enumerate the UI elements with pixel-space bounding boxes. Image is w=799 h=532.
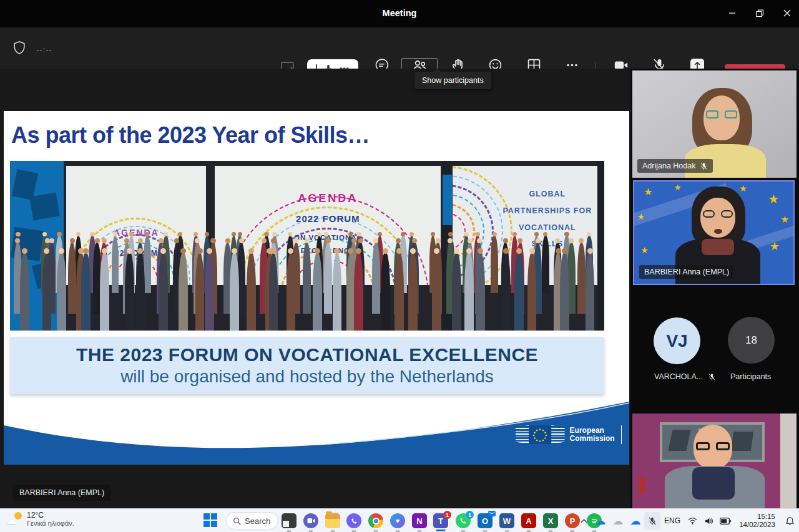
tray-time: 15:15 <box>757 513 775 520</box>
person <box>577 243 586 314</box>
forum-group-photo: AGENDA 22 FORUM AGENDA 2022 FORUM ON VOC… <box>10 161 604 331</box>
eu-star: ★ <box>674 183 682 192</box>
presenter-label: BARBIERI Anna (EMPL) <box>12 485 111 501</box>
taskbar-onenote-icon[interactable]: N <box>411 512 428 530</box>
language-indicator[interactable]: ENG <box>660 516 684 525</box>
eu-stars-ring <box>529 425 551 444</box>
person <box>136 253 145 331</box>
person <box>333 253 342 331</box>
title-bar: Meeting <box>0 0 799 27</box>
person <box>452 253 461 331</box>
taskbar-designer-icon[interactable]: ♥ <box>389 512 406 530</box>
eu-star: ★ <box>781 214 789 225</box>
taskbar-word-icon[interactable]: W <box>498 512 516 530</box>
system-tray: ☁ ☁ ☁ ENG 15:15 14/02/2023 <box>576 509 799 532</box>
eu-star: ★ <box>768 191 779 206</box>
video-tile-participant3[interactable] <box>632 414 797 508</box>
whatsapp-notification-badge: 1 <box>466 511 474 519</box>
meeting-toolbar: --:-- Take control ••• Pop out Chat Peop… <box>0 27 799 69</box>
taskbar-acrobat-icon[interactable]: A <box>520 512 537 530</box>
person <box>269 253 278 331</box>
banner-title: THE 2023 FORUM ON VOCATIONAL EXCELLENCE <box>76 344 538 365</box>
mic-off-icon <box>700 162 708 170</box>
eu-star: ★ <box>739 183 747 193</box>
taskbar-desktop-icon[interactable] <box>280 512 298 530</box>
person <box>159 253 168 331</box>
taskbar-explorer-icon[interactable] <box>324 512 341 530</box>
person <box>230 253 239 331</box>
person <box>303 243 311 314</box>
person <box>125 253 134 331</box>
person <box>464 253 474 331</box>
person <box>408 253 418 331</box>
eu-flag-icon <box>529 425 551 444</box>
search-input[interactable]: Search <box>226 512 278 530</box>
meeting-window: Meeting --:-- Take control ••• Pop out C… <box>0 0 799 532</box>
tray-chevron-icon[interactable] <box>576 518 592 523</box>
person <box>42 253 52 331</box>
person <box>354 253 363 331</box>
battery-icon[interactable] <box>717 518 734 525</box>
start-button[interactable] <box>203 513 218 528</box>
wifi-icon[interactable] <box>684 517 700 525</box>
person <box>542 236 549 293</box>
person <box>381 253 390 331</box>
tray-date: 14/02/2023 <box>739 521 775 528</box>
glasses <box>706 110 737 119</box>
minimize-button[interactable] <box>722 4 743 22</box>
person <box>112 236 119 293</box>
weather-widget[interactable]: ☁ 12°C Γενικά ηλιοφάν. <box>6 511 74 527</box>
meeting-timer: --:-- <box>36 45 52 54</box>
person <box>501 253 511 331</box>
person <box>586 253 595 331</box>
minimize-icon <box>728 9 736 17</box>
person <box>527 253 537 331</box>
notification-bell-icon[interactable] <box>780 516 799 526</box>
tray-mic-muted-icon[interactable] <box>644 512 660 530</box>
onedrive-icon[interactable]: ☁ <box>627 515 644 528</box>
taskbar-excel-icon[interactable]: X <box>542 512 559 530</box>
shared-screen-stage: As part of the 2023 Year of Skills… AGEN… <box>0 69 630 508</box>
close-button[interactable] <box>777 4 798 22</box>
onedrive-gray-icon[interactable]: ☁ <box>609 515 627 528</box>
person <box>514 253 524 331</box>
person <box>20 253 29 331</box>
person <box>313 253 322 331</box>
participants-count-label: Participants <box>730 372 771 381</box>
video-tile-adrijana[interactable]: Adrijana Hodak <box>632 70 797 178</box>
person <box>491 236 498 293</box>
cloud-sync-icon[interactable]: ☁ <box>592 515 609 528</box>
person <box>68 243 76 314</box>
person <box>195 253 205 331</box>
participant-name-label: Adrijana Hodak <box>637 159 713 173</box>
outlook-mail-badge <box>488 511 496 516</box>
participant-name-label: BARBIERI Anna (EMPL) <box>639 265 734 279</box>
participants-count-circle[interactable]: 18 <box>728 317 775 364</box>
taskbar-outlook-icon[interactable]: O <box>476 512 494 530</box>
speaker-icon[interactable] <box>700 517 717 525</box>
restore-button[interactable] <box>749 4 770 22</box>
taskbar-viber-icon[interactable] <box>345 512 363 530</box>
video-tile-barbieri-active[interactable]: BARBIERI Anna (EMPL) ★★★★★★★★★★★★ <box>633 180 795 285</box>
person <box>372 243 380 314</box>
person <box>179 253 188 331</box>
person <box>57 253 66 331</box>
taskbar-video-app-icon[interactable] <box>302 512 320 530</box>
glasses <box>696 442 730 451</box>
window-title: Meeting <box>0 8 799 18</box>
taskbar-whatsapp-icon[interactable]: 1 <box>454 512 472 530</box>
shield-icon <box>12 41 26 58</box>
person <box>205 253 214 331</box>
show-participants-tooltip: Show participants <box>414 72 491 89</box>
avatar-vj[interactable]: VJ <box>654 317 700 364</box>
eu-star: ★ <box>640 245 649 255</box>
clock[interactable]: 15:15 14/02/2023 <box>734 513 780 529</box>
glasses <box>703 210 733 218</box>
taskbar-chrome-icon[interactable] <box>367 512 385 530</box>
teams-notification-badge: 1 <box>443 511 451 519</box>
person <box>81 253 91 331</box>
slide-title: As part of the 2023 Year of Skills… <box>11 122 370 148</box>
mic-off-icon <box>708 373 716 381</box>
taskbar-teams-icon[interactable]: T1 <box>432 512 449 530</box>
european-commission-logo: European Commission <box>516 422 622 448</box>
